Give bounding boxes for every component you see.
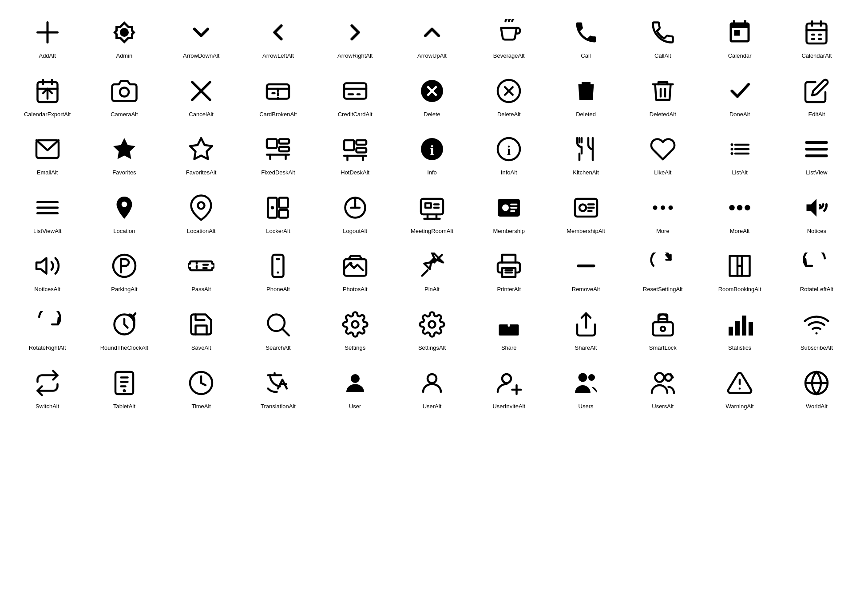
roombookingalt-icon [724,250,755,281]
svg-rect-126 [742,316,746,336]
removealt-label: RemoveAlt [572,286,600,293]
icon-cell-favoritesalt: FavoritesAlt [163,126,240,184]
admin-icon [109,17,140,48]
membershipalt-label: MembershipAlt [567,228,605,235]
usersalt-icon [647,367,678,399]
roundtheclockalt-label: RoundTheClockAlt [100,344,148,351]
icon-cell-beveragealt: BeverageAlt [471,9,547,67]
icon-cell-calendarexportalt: CalendarExportAlt [9,67,86,126]
resetsettingalt-icon [647,250,678,281]
svg-rect-35 [267,139,277,148]
lockeralt-icon [262,192,293,223]
svg-point-87 [661,205,665,210]
passalt-label: PassAlt [191,286,211,293]
arrowupalt-icon [416,17,448,48]
icon-cell-favorites: Favorites [86,126,162,184]
svg-point-80 [502,204,509,211]
svg-point-114 [268,314,285,331]
listalt-icon [724,134,755,165]
settings-label: Settings [345,344,365,351]
resetsettingalt-label: ResetSettingAlt [643,286,683,293]
noticesalt-label: NoticesAlt [34,286,60,293]
icon-cell-editalt: EditAlt [778,67,855,126]
icon-cell-membershipalt: MembershipAlt [547,184,624,243]
callalt-icon [647,17,678,48]
fixeddeskalt-icon [262,134,293,165]
switchalt-label: SwitchAlt [36,403,59,410]
svg-point-86 [653,205,657,210]
svg-point-65 [198,202,205,209]
icon-cell-usersalt: UsersAlt [624,359,701,418]
icon-cell-parkingalt: ParkingAlt [86,242,162,301]
svg-point-91 [745,205,750,210]
svg-point-90 [737,205,742,210]
worldalt-icon [801,367,832,399]
icon-cell-listalt: ListAlt [701,126,778,184]
svg-point-122 [661,327,665,331]
useralt-icon [416,367,448,399]
subscribealt-label: SubscribeAlt [801,344,833,351]
meetingroomalt-label: MeetingRoomAlt [411,228,453,235]
warningalt-icon [724,367,755,399]
info-label: Info [427,169,437,176]
share-label: Share [501,344,517,351]
icon-cell-useralt: UserAlt [393,359,470,418]
subscribealt-icon [801,309,832,340]
icon-cell-membership: Membership [471,184,547,243]
call-label: Call [581,52,591,59]
delete-icon [416,75,448,107]
icon-cell-rotateleftalt: RotateLeftAlt [778,242,855,301]
icon-cell-rotaterightalt: RotateRightAlt [9,301,86,359]
morealt-label: MoreAlt [730,228,750,235]
svg-rect-42 [356,140,366,145]
membership-label: Membership [493,228,525,235]
cancelalt-label: CancelAlt [189,111,214,118]
removealt-icon [571,250,602,281]
infoalt-icon: i [493,134,524,165]
svg-rect-37 [279,147,289,151]
icon-cell-infoalt: i InfoAlt [471,126,547,184]
rotateleftalt-label: RotateLeftAlt [800,286,833,293]
passalt-icon [186,250,217,281]
svg-marker-33 [113,138,135,159]
calendarexportalt-icon [32,75,63,107]
svg-point-101 [349,262,353,266]
svg-rect-124 [729,327,733,336]
cameraalt-label: CameraAlt [111,111,138,118]
fixeddeskalt-label: FixedDeskAlt [261,169,295,176]
icon-cell-printeralt: PrinterAlt [471,242,547,301]
calendaralt-icon [801,17,832,48]
editalt-icon [801,75,832,107]
timealt-icon [186,367,217,399]
rotaterightalt-icon [32,309,63,340]
icon-cell-callalt: CallAlt [624,9,701,67]
kitchenalt-icon [571,134,602,165]
icon-cell-removealt: RemoveAlt [547,242,624,301]
icon-cell-logoutalt: LogoutAlt [317,184,393,243]
icon-cell-locationalt: LocationAlt [163,184,240,243]
icon-cell-likealt: LikeAlt [624,126,701,184]
svg-point-128 [816,332,818,334]
icon-cell-kitchenalt: KitchenAlt [547,126,624,184]
svg-rect-76 [425,203,431,208]
svg-rect-41 [344,140,354,150]
info-icon: i [416,134,448,165]
hotdeskalt-icon [340,134,371,165]
settingsalt-label: SettingsAlt [418,344,446,351]
svg-rect-109 [742,256,750,276]
svg-rect-121 [653,322,673,336]
favoritesalt-icon [186,134,217,165]
useralt-label: UserAlt [423,403,442,410]
deletedalt-label: DeletedAlt [650,111,676,118]
call-icon [571,17,602,48]
icon-cell-addalt: AddAlt [9,9,86,67]
icon-cell-statistics: Statistics [701,301,778,359]
icon-cell-donealt: DoneAlt [701,67,778,126]
creditcardalt-label: CreditCardAlt [338,111,373,118]
svg-rect-43 [356,148,366,153]
smartlock-label: SmartLock [649,344,677,351]
calendar-icon [724,17,755,48]
icon-cell-more: More [624,184,701,243]
searchalt-label: SearchAlt [266,344,290,351]
arrowdownalt-icon [186,17,217,48]
